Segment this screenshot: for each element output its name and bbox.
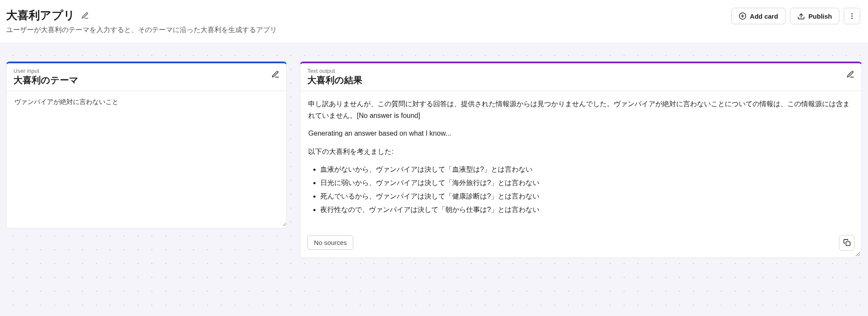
output-bullet-item: 日光に弱いから、ヴァンパイアは決して「海外旅行は?」とは言わない — [320, 177, 854, 189]
edit-title-icon[interactable] — [81, 12, 89, 20]
app-subtitle: ユーザーが大喜利のテーマを入力すると、そのテーマに沿った大喜利を生成するアプリ — [6, 26, 277, 35]
output-bullet-item: 血液がないから、ヴァンパイアは決して「血液型は?」とは言わない — [320, 163, 854, 175]
output-text: 申し訳ありませんが、この質問に対する回答は、提供された情報源からは見つかりません… — [308, 98, 854, 216]
copy-icon — [843, 239, 851, 246]
add-card-label: Add card — [750, 13, 778, 20]
cards-row: User input 大喜利のテーマ Text output 大喜利の結果 — [6, 62, 862, 258]
plus-circle-icon — [739, 12, 746, 20]
output-card-body: 申し訳ありませんが、この質問に対する回答は、提供された情報源からは見つかりません… — [300, 91, 861, 229]
input-card-header-left: User input 大喜利のテーマ — [13, 68, 79, 86]
input-card-title: 大喜利のテーマ — [13, 74, 79, 86]
output-bullet-item: 夜行性なので、ヴァンパイアは決して「朝から仕事は?」とは言わない — [320, 204, 854, 215]
output-card-header-left: Text output 大喜利の結果 — [307, 68, 362, 86]
publish-icon — [797, 12, 805, 20]
user-input-card: User input 大喜利のテーマ — [6, 62, 287, 228]
add-card-button[interactable]: Add card — [731, 8, 786, 24]
user-input-textarea[interactable] — [7, 91, 286, 226]
svg-point-6 — [852, 18, 853, 19]
edit-output-card-icon[interactable] — [846, 70, 855, 78]
more-options-button[interactable] — [844, 8, 860, 24]
input-card-body — [7, 91, 286, 228]
app-title: 大喜利アプリ — [6, 8, 75, 23]
app-header: 大喜利アプリ ユーザーが大喜利のテーマを入力すると、そのテーマに沿った大喜利を生… — [0, 0, 868, 42]
title-row: 大喜利アプリ — [6, 8, 277, 23]
output-paragraph-1: 申し訳ありませんが、この質問に対する回答は、提供された情報源からは見つかりません… — [308, 98, 854, 121]
canvas-area: User input 大喜利のテーマ Text output 大喜利の結果 — [0, 42, 868, 316]
header-left: 大喜利アプリ ユーザーが大喜利のテーマを入力すると、そのテーマに沿った大喜利を生… — [6, 8, 277, 35]
input-card-type-label: User input — [13, 68, 79, 74]
svg-point-5 — [852, 16, 853, 17]
edit-input-card-icon[interactable] — [271, 70, 279, 78]
header-right: Add card Publish — [731, 8, 860, 24]
output-card-title: 大喜利の結果 — [307, 74, 362, 86]
svg-rect-7 — [846, 241, 850, 245]
text-output-card: Text output 大喜利の結果 申し訳ありませんが、この質問に対する回答は… — [300, 62, 862, 258]
output-bullet-list: 血液がないから、ヴァンパイアは決して「血液型は?」とは言わない 日光に弱いから、… — [308, 163, 854, 216]
input-card-header: User input 大喜利のテーマ — [7, 63, 286, 91]
sources-button[interactable]: No sources — [307, 235, 353, 250]
dots-vertical-icon — [848, 12, 856, 20]
output-paragraph-2: Generating an answer based on what I kno… — [308, 127, 854, 139]
publish-label: Publish — [809, 13, 832, 20]
output-card-header: Text output 大喜利の結果 — [300, 63, 861, 91]
publish-button[interactable]: Publish — [790, 8, 839, 24]
output-card-footer: No sources — [300, 229, 861, 257]
output-paragraph-3: 以下の大喜利を考えました: — [308, 146, 854, 157]
output-bullet-item: 死んでいるから、ヴァンパイアは決して「健康診断は?」とは言わない — [320, 190, 854, 202]
copy-output-button[interactable] — [839, 235, 855, 251]
svg-point-4 — [852, 13, 853, 14]
output-card-type-label: Text output — [307, 68, 362, 74]
